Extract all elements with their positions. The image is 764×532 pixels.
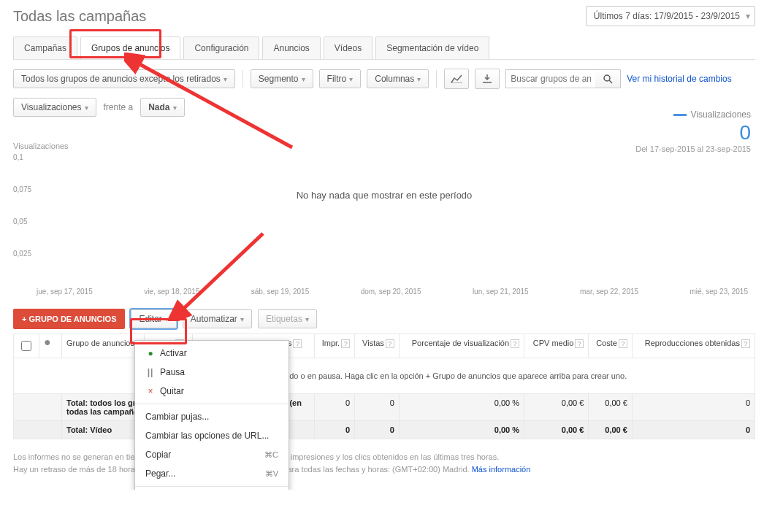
- menu-divider: [135, 404, 289, 404]
- col-views-label: Vistas: [362, 339, 384, 347]
- help-icon[interactable]: ?: [619, 339, 627, 348]
- copy-shortcut: ⌘C: [264, 450, 278, 460]
- labels-dropdown[interactable]: Etiquetas▾: [258, 309, 317, 328]
- col-views[interactable]: Vistas?: [355, 334, 400, 358]
- total-plays: 0: [632, 394, 755, 421]
- col-plays-label: Reproducciones obtenidas: [645, 339, 740, 347]
- chart-icon: [451, 74, 462, 83]
- col-group[interactable]: Grupo de anuncios: [62, 334, 145, 358]
- tab-video-targeting[interactable]: Segmentación de vídeo: [375, 36, 489, 59]
- menu-change-bids-label: Cambiar pujas...: [145, 412, 278, 422]
- chevron-down-icon: ▾: [85, 104, 88, 112]
- menu-change-url[interactable]: Cambiar las opciones de URL...: [135, 426, 289, 445]
- x-tick: vie, sep 18, 2015: [144, 288, 199, 296]
- more-info-link[interactable]: Más información: [472, 465, 531, 474]
- chevron-down-icon: ▾: [417, 75, 421, 83]
- total-views: 0: [355, 394, 400, 421]
- main-tabs: Campañas Grupos de anuncios Configuració…: [13, 36, 755, 60]
- x-tick: sáb, sep 19, 2015: [251, 288, 310, 296]
- col-impr-label: Impr.: [322, 339, 340, 347]
- search-button[interactable]: [595, 69, 621, 88]
- col-cost-label: Coste: [596, 339, 617, 347]
- chart-toggle-button[interactable]: [444, 69, 469, 89]
- chevron-down-icon: ▾: [224, 75, 227, 83]
- tab-ad-groups[interactable]: Grupos de anuncios: [80, 36, 180, 59]
- menu-pause[interactable]: ||Pausa: [135, 363, 289, 382]
- x-tick: mié, sep 23, 2015: [690, 288, 749, 296]
- group-filter-dropdown[interactable]: Todos los grupos de anuncios excepto los…: [13, 69, 235, 88]
- svg-line-2: [609, 80, 612, 83]
- col-cpv[interactable]: CPV medio?: [524, 334, 589, 358]
- table-total-video-row: Total: Vídeo 0 0 0,00 % 0,00 € 0,00 € 0: [14, 421, 755, 439]
- automate-dropdown[interactable]: Automatizar▾: [183, 309, 252, 328]
- total-impr: 0: [315, 394, 355, 421]
- y-tick: 0,075: [13, 185, 31, 193]
- total2-impr: 0: [315, 421, 355, 439]
- legend-value: 0: [635, 121, 751, 144]
- menu-activate-label: Activar: [160, 348, 187, 358]
- help-icon[interactable]: ?: [511, 339, 519, 348]
- compare-dropdown[interactable]: Nada▾: [140, 98, 184, 117]
- col-impr[interactable]: Impr.?: [315, 334, 355, 358]
- help-icon[interactable]: ?: [386, 339, 394, 348]
- tab-videos[interactable]: Vídeos: [324, 36, 373, 59]
- col-plays[interactable]: Reproducciones obtenidas?: [632, 334, 755, 358]
- help-icon[interactable]: ?: [341, 339, 350, 348]
- menu-copy[interactable]: Copiar⌘C: [135, 445, 289, 464]
- menu-remove[interactable]: ×Quitar: [135, 382, 289, 401]
- x-tick: jue, sep 17, 2015: [37, 288, 93, 296]
- select-all-checkbox[interactable]: [21, 341, 31, 351]
- tab-settings[interactable]: Configuración: [183, 36, 259, 59]
- col-cost[interactable]: Coste?: [589, 334, 633, 358]
- group-filter-label: Todos los grupos de anuncios excepto los…: [21, 74, 221, 84]
- table-header-row: ● Grupo de anuncios Estado? Tipo de grup…: [14, 334, 755, 358]
- segment-dropdown[interactable]: Segmento▾: [251, 69, 313, 88]
- menu-paste[interactable]: Pegar...⌘V: [135, 464, 289, 483]
- download-button[interactable]: [475, 69, 500, 89]
- table-empty-row: No hay ningún grupo de anuncios habilita…: [14, 358, 755, 394]
- total2-cost: 0,00 €: [589, 421, 633, 439]
- metric-dropdown[interactable]: Visualizaciones▾: [13, 98, 96, 117]
- search-input[interactable]: [505, 69, 595, 88]
- col-cpv-label: CPV medio: [533, 339, 574, 347]
- status-dot-header: ●: [39, 334, 62, 358]
- help-icon[interactable]: ?: [575, 339, 584, 348]
- filter-dropdown[interactable]: Filtro▾: [319, 69, 362, 88]
- download-icon: [483, 74, 492, 83]
- tab-ads[interactable]: Anuncios: [262, 36, 320, 59]
- chart-area: 0,1 0,075 0,05 0,025 No hay nada que mos…: [13, 153, 755, 285]
- status-dot-icon: ●: [44, 336, 51, 348]
- total2-view-rate: 0,00 %: [399, 421, 524, 439]
- columns-dropdown[interactable]: Columnas▾: [367, 69, 429, 88]
- help-icon[interactable]: ?: [293, 339, 302, 348]
- y-tick: 0,025: [13, 250, 31, 258]
- x-tick: lun, sep 21, 2015: [473, 288, 529, 296]
- chevron-down-icon: ▾: [165, 315, 169, 323]
- history-link[interactable]: Ver mi historial de cambios: [627, 74, 731, 84]
- help-icon[interactable]: ?: [741, 339, 750, 348]
- menu-pause-label: Pausa: [160, 367, 185, 377]
- menu-change-bids[interactable]: Cambiar pujas...: [135, 407, 289, 426]
- chart-empty-message: No hay nada que mostrar en este período: [297, 190, 473, 201]
- edit-dropdown-menu: ●Activar ||Pausa ×Quitar Cambiar pujas..…: [134, 340, 289, 490]
- edit-dropdown[interactable]: Editar▾: [131, 309, 176, 328]
- paste-shortcut: ⌘V: [265, 469, 278, 479]
- ad-groups-table: ● Grupo de anuncios Estado? Tipo de grup…: [13, 334, 755, 439]
- labels-label: Etiquetas: [266, 314, 302, 324]
- menu-change-url-label: Cambiar las opciones de URL...: [145, 431, 278, 441]
- menu-copy-label: Copiar: [145, 450, 264, 460]
- edit-label: Editar: [139, 314, 161, 324]
- tab-campaigns[interactable]: Campañas: [13, 36, 77, 59]
- total-cost: 0,00 €: [589, 394, 633, 421]
- date-range-button[interactable]: Últimos 7 días: 17/9/2015 - 23/9/2015: [586, 6, 755, 26]
- col-view-rate[interactable]: Porcentaje de visualización?: [399, 334, 524, 358]
- columns-label: Columnas: [375, 74, 414, 84]
- x-tick: dom, sep 20, 2015: [361, 288, 421, 296]
- add-ad-group-button[interactable]: GRUPO DE ANUNCIOS: [13, 309, 125, 329]
- y-tick: 0,05: [13, 217, 27, 225]
- remove-icon: ×: [145, 386, 156, 396]
- total-view-rate: 0,00 %: [399, 394, 524, 421]
- col-view-rate-label: Porcentaje de visualización: [412, 339, 509, 347]
- menu-activate[interactable]: ●Activar: [135, 344, 289, 363]
- metric-label: Visualizaciones: [21, 102, 82, 112]
